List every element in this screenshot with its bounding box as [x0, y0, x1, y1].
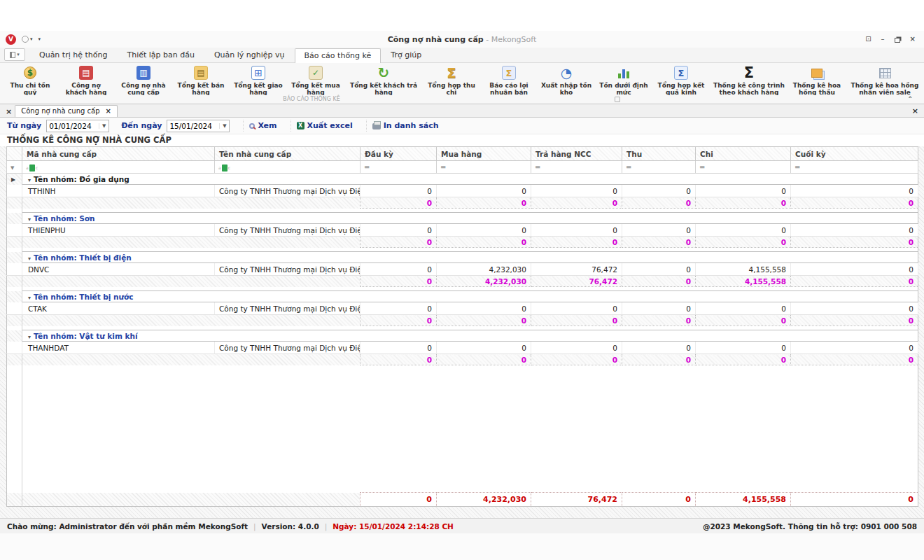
- cell-code[interactable]: THIENPHU: [22, 224, 215, 237]
- minimize-icon[interactable]: –: [881, 36, 885, 43]
- equals-filter-icon[interactable]: =: [699, 163, 705, 171]
- col-ten-nha-cung-cap[interactable]: Tên nhà cung cấp: [215, 147, 360, 161]
- dialog-launcher-icon[interactable]: [615, 97, 620, 102]
- cell-thu[interactable]: 0: [622, 302, 696, 315]
- cell-dau-ky[interactable]: 0: [360, 224, 437, 237]
- cell-thu[interactable]: 0: [622, 342, 696, 354]
- filter-cell-cuoi-ky[interactable]: =: [791, 161, 918, 174]
- from-date-combobox[interactable]: ▼: [46, 120, 109, 132]
- cell-name[interactable]: Công ty TNHH Thương mại Dịch vụ Điện nướ…: [215, 342, 360, 354]
- chevron-down-icon[interactable]: ▼: [99, 123, 108, 129]
- cell-cuoi-ky[interactable]: 0: [791, 185, 918, 197]
- print-list-button[interactable]: In danh sách: [366, 120, 444, 132]
- cell-dau-ky[interactable]: 0: [360, 185, 437, 197]
- equals-filter-icon[interactable]: =: [535, 163, 540, 171]
- cell-mua-hang[interactable]: 4,232,030: [437, 263, 531, 276]
- group-row-thiet-bi-nuoc[interactable]: ▾Tên nhóm: Thiết bị nước: [7, 291, 918, 302]
- collapse-icon[interactable]: ▾: [28, 295, 31, 301]
- from-date-input[interactable]: [47, 122, 99, 130]
- cell-name[interactable]: Công ty TNHH Thương mại Dịch vụ Điện nướ…: [215, 263, 360, 276]
- group-row-thiet-bi-dien[interactable]: ▾Tên nhóm: Thiết bị điện: [7, 252, 918, 263]
- fullscreen-icon[interactable]: ⊡: [865, 36, 871, 43]
- qat-button[interactable]: ▾: [22, 36, 33, 43]
- close-tab-button-left-icon[interactable]: ×: [6, 107, 12, 116]
- col-dau-ky[interactable]: Đầu kỳ: [360, 147, 437, 161]
- equals-filter-icon[interactable]: =: [794, 163, 800, 171]
- cell-cuoi-ky[interactable]: 0: [791, 342, 918, 354]
- table-row[interactable]: CTAK Công ty TNHH Thương mại Dịch vụ Điệ…: [7, 302, 918, 315]
- ribbon-item-cong-no-khach-hang[interactable]: ▤ Công nợ khách hàng: [57, 63, 115, 98]
- ribbon-collapse-icon[interactable]: ⌃: [907, 95, 913, 102]
- equals-filter-icon[interactable]: =: [364, 163, 370, 171]
- tab-bao-cao-thong-ke[interactable]: Báo cáo thống kê: [295, 48, 382, 63]
- ribbon-item-tong-ket-khach-tra-hang[interactable]: ↻ Tổng kết khách trả hàng: [344, 63, 423, 98]
- cell-code[interactable]: CTAK: [22, 302, 215, 315]
- cell-dau-ky[interactable]: 0: [360, 342, 437, 354]
- ribbon-item-hoa-hong-nhan-vien-sale[interactable]: Thống kê hoa hồng nhân viên sale: [846, 63, 924, 98]
- cell-thu[interactable]: 0: [622, 185, 696, 197]
- group-row-son[interactable]: ▾Tên nhóm: Sơn: [7, 213, 918, 224]
- ribbon-item-xuat-nhap-ton-kho[interactable]: ◔ Xuất nhập tồn kho: [538, 63, 595, 98]
- to-date-combobox[interactable]: ▼: [167, 120, 230, 132]
- filter-cell-thu[interactable]: =: [622, 161, 696, 174]
- table-row[interactable]: THIENPHU Công ty TNHH Thương mại Dịch vụ…: [7, 224, 918, 237]
- qat-customize-dropdown[interactable]: ▾: [38, 36, 41, 42]
- collapse-icon[interactable]: ▾: [28, 255, 31, 262]
- cell-name[interactable]: Công ty TNHH Thương mại Dịch vụ Điện nướ…: [215, 224, 360, 237]
- table-row[interactable]: THANHDAT Công ty TNHH Thương mại Dịch vụ…: [7, 342, 918, 354]
- cell-mua-hang[interactable]: 0: [437, 185, 531, 197]
- col-ma-nha-cung-cap[interactable]: Mã nhà cung cấp: [22, 147, 215, 161]
- cell-tra-hang[interactable]: 0: [531, 342, 622, 354]
- cell-thu[interactable]: 0: [622, 224, 696, 237]
- group-row-vat-tu-kim-khi[interactable]: ▾Tên nhóm: Vật tư kim khí: [7, 330, 918, 342]
- col-mua-hang[interactable]: Mua hàng: [437, 147, 531, 161]
- cell-code[interactable]: THANHDAT: [22, 342, 215, 354]
- equals-filter-icon[interactable]: =: [626, 163, 631, 171]
- collapse-icon[interactable]: ▾: [28, 216, 31, 223]
- cell-chi[interactable]: 0: [696, 302, 791, 315]
- col-chi[interactable]: Chi: [696, 147, 791, 161]
- cell-dau-ky[interactable]: 0: [360, 302, 437, 315]
- ribbon-item-ton-duoi-dinh-muc[interactable]: Tồn dưới định mức: [595, 63, 652, 98]
- cell-chi[interactable]: 0: [696, 224, 791, 237]
- cell-cuoi-ky[interactable]: 0: [791, 263, 918, 276]
- view-button[interactable]: Xem: [243, 120, 282, 132]
- cell-name[interactable]: Công ty TNHH Thương mại Dịch vụ Điện nướ…: [215, 302, 360, 315]
- filter-cell-name[interactable]: ac: [215, 161, 360, 174]
- export-excel-button[interactable]: X Xuất excel: [290, 120, 358, 132]
- cell-mua-hang[interactable]: 0: [437, 342, 531, 354]
- cell-cuoi-ky[interactable]: 0: [791, 224, 918, 237]
- ribbon-item-tong-ket-ban-hang[interactable]: ▤ Tổng kết bán hàng: [172, 63, 230, 98]
- text-filter-icon[interactable]: ac: [26, 164, 38, 172]
- tab-thiet-lap-ban-dau[interactable]: Thiết lập ban đầu: [117, 48, 204, 62]
- close-tab-button-right-icon[interactable]: ×: [912, 106, 918, 115]
- ribbon-item-tong-ket-giao-hang[interactable]: ⊞ Tổng kết giao hàng: [230, 63, 287, 98]
- filter-cell-chi[interactable]: =: [696, 161, 791, 174]
- tab-quan-ly-nghiep-vu[interactable]: Quản lý nghiệp vụ: [204, 48, 295, 62]
- filter-cell-dau-ky[interactable]: =: [360, 161, 437, 174]
- tab-tro-giup[interactable]: Trợ giúp: [381, 48, 431, 62]
- cell-code[interactable]: TTHINH: [22, 185, 215, 197]
- restore-icon[interactable]: [895, 38, 900, 43]
- group-row-do-gia-dung[interactable]: ▶ ▾Tên nhóm: Đồ gia dụng: [7, 174, 918, 185]
- col-tra-hang-ncc[interactable]: Trả hàng NCC: [531, 147, 622, 161]
- table-row[interactable]: DNVC Công ty TNHH Thương mại Dịch vụ Điệ…: [7, 263, 918, 276]
- tab-close-icon[interactable]: ×: [105, 107, 111, 115]
- ribbon-item-cong-no-nha-cung-cap[interactable]: ▥ Công nợ nhà cung cấp: [115, 63, 172, 98]
- cell-name[interactable]: Công ty TNHH Thương mại Dịch vụ Điện nướ…: [215, 185, 360, 197]
- col-cuoi-ky[interactable]: Cuối kỳ: [791, 147, 918, 161]
- cell-chi[interactable]: 0: [696, 185, 791, 197]
- close-icon[interactable]: ×: [910, 36, 916, 43]
- cell-tra-hang[interactable]: 0: [531, 302, 622, 315]
- text-filter-icon[interactable]: ac: [218, 164, 230, 172]
- cell-mua-hang[interactable]: 0: [437, 302, 531, 315]
- equals-filter-icon[interactable]: =: [440, 163, 446, 171]
- cell-tra-hang[interactable]: 0: [531, 185, 622, 197]
- doc-tab-cong-no-nha-cung-cap[interactable]: Công nợ nhà cung cấp ×: [15, 105, 118, 117]
- collapse-icon[interactable]: ▾: [28, 177, 31, 183]
- to-date-input[interactable]: [167, 122, 219, 130]
- cell-tra-hang[interactable]: 76,472: [531, 263, 622, 276]
- ribbon-item-thong-ke-cong-trinh[interactable]: Σ Thống kê công trình theo khách hàng: [710, 63, 788, 98]
- ribbon-item-tong-hop-thu-chi[interactable]: Σ Tổng hợp thu chi: [423, 63, 480, 98]
- table-row[interactable]: TTHINH Công ty TNHH Thương mại Dịch vụ Đ…: [7, 185, 918, 197]
